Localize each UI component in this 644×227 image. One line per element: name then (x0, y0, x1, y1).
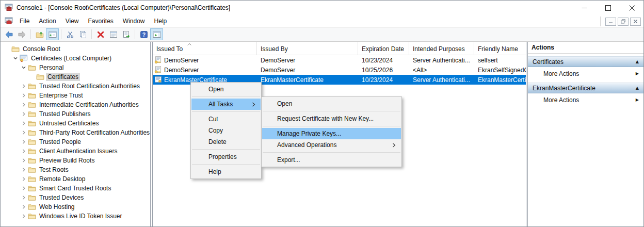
tree-item-windows-live-id-token-issuer[interactable]: Windows Live ID Token Issuer (1, 212, 150, 221)
column-header-friendly-name[interactable]: Friendly Name (474, 42, 526, 55)
chevron-right-icon[interactable] (20, 149, 28, 154)
menu-item-label: Open (208, 86, 255, 93)
menu-item-view[interactable]: View (61, 15, 84, 27)
menu-item-action[interactable]: Action (34, 15, 60, 27)
context-menu-item-delete[interactable]: Delete (191, 136, 261, 148)
tree-item-trusted-root-certification-authorities[interactable]: Trusted Root Certification Authorities (1, 82, 150, 91)
mdi-close-button[interactable] (630, 18, 641, 26)
cut-button[interactable] (63, 28, 76, 40)
tree-item-trusted-people[interactable]: Trusted People (1, 137, 150, 147)
menu-item-favorites[interactable]: Favorites (84, 15, 118, 27)
minimize-button[interactable] (572, 1, 596, 15)
mdi-minimize-button[interactable] (605, 18, 616, 26)
help-button[interactable]: ? (137, 28, 150, 40)
show-action-pane-icon (153, 30, 161, 39)
delete-button[interactable] (94, 28, 107, 40)
tree-item-intermediate-certification-authorities[interactable]: Intermediate Certification Authorities (1, 100, 150, 109)
tree-item-web-hosting[interactable]: Web Hosting (1, 202, 150, 212)
cell-issued-by: DemoServer (257, 55, 358, 65)
show-console-tree-icon (49, 30, 57, 39)
mdi-restore-button[interactable] (618, 18, 629, 26)
tree-item-enterprise-trust[interactable]: Enterprise Trust (1, 91, 150, 100)
context-menu-item-copy[interactable]: Copy (191, 125, 261, 136)
chevron-right-icon[interactable] (20, 176, 28, 182)
tree-item-certificates[interactable]: Certificates (1, 72, 150, 82)
certificate-row-demoserver[interactable]: DemoServerDemoServer10/23/2024Server Aut… (153, 55, 526, 65)
tree-item-client-authentication-issuers[interactable]: Client Authentication Issuers (1, 147, 150, 156)
close-icon (629, 5, 635, 11)
chevron-right-icon[interactable] (20, 204, 28, 209)
show-console-tree-button[interactable] (46, 28, 59, 40)
chevron-down-icon[interactable] (11, 56, 20, 61)
cell-text: DemoServer (164, 57, 199, 64)
column-header-label: Issued To (156, 45, 183, 53)
chevron-right-icon[interactable] (20, 158, 28, 163)
column-header-issued-to[interactable]: Issued To (153, 42, 257, 55)
chevron-right-icon[interactable] (20, 195, 28, 200)
actions-section-ekranmastercertificate[interactable]: EkranMasterCertificate▲ (528, 83, 643, 93)
all-tasks-item-manage-private-keys[interactable]: Manage Private Keys... (262, 128, 401, 139)
tree-item-remote-desktop[interactable]: Remote Desktop (1, 174, 150, 184)
chevron-right-icon[interactable] (20, 167, 28, 172)
all-tasks-item-export[interactable]: Export... (262, 154, 401, 166)
action-item-ekranmastercertificate-more-actions[interactable]: More Actions▶ (528, 93, 643, 106)
chevron-right-icon[interactable] (20, 214, 28, 219)
show-action-pane-button[interactable] (150, 28, 163, 40)
tree-item-personal[interactable]: Personal (1, 63, 150, 72)
properties-icon (109, 30, 118, 39)
all-tasks-item-open[interactable]: Open (262, 98, 401, 109)
close-button[interactable] (620, 1, 643, 15)
action-item-certificates-more-actions[interactable]: More Actions▶ (528, 67, 643, 80)
maximize-button[interactable] (596, 1, 620, 15)
collapse-section-icon[interactable]: ▲ (636, 86, 639, 90)
tree-item-trusted-devices[interactable]: Trusted Devices (1, 193, 150, 202)
folder-icon (28, 212, 36, 220)
tree-item-smart-card-trusted-roots[interactable]: Smart Card Trusted Roots (1, 184, 150, 193)
chevron-right-icon[interactable] (20, 139, 28, 144)
chevron-right-icon[interactable] (20, 111, 28, 117)
tree-item-certificates-local-computer[interactable]: Certificates (Local Computer) (1, 54, 150, 63)
chevron-right-icon[interactable] (20, 186, 28, 191)
menu-item-window[interactable]: Window (118, 15, 150, 27)
chevron-down-icon[interactable] (20, 65, 28, 70)
up-one-level-button[interactable] (33, 28, 46, 40)
chevron-right-icon[interactable] (20, 93, 28, 98)
menu-item-label: Advanced Operations (277, 141, 392, 149)
collapse-section-icon[interactable]: ▲ (636, 60, 639, 64)
copy-button[interactable] (76, 28, 89, 40)
context-menu-item-cut[interactable]: Cut (191, 113, 261, 125)
column-header-issued-by[interactable]: Issued By (257, 42, 358, 55)
menu-separator (192, 96, 260, 97)
console-tree-pane: Console RootCertificates (Local Computer… (1, 42, 151, 226)
menu-item-file[interactable]: File (15, 15, 34, 27)
context-menu-item-all-tasks[interactable]: All Tasks (191, 99, 261, 110)
tree-item-third-party-root-certification-authorities[interactable]: Third-Party Root Certification Authoriti… (1, 128, 150, 137)
column-header-intended-purposes[interactable]: Intended Purposes (409, 42, 474, 55)
context-menu-item-open[interactable]: Open (191, 84, 261, 95)
tree-item-trusted-publishers[interactable]: Trusted Publishers (1, 109, 150, 119)
chevron-right-icon[interactable] (20, 130, 28, 135)
all-tasks-item-advanced-operations[interactable]: Advanced Operations (262, 139, 401, 151)
folder-icon (28, 175, 36, 183)
chevron-right-icon[interactable] (20, 84, 28, 89)
tree-item-label: Enterprise Trust (38, 91, 85, 100)
column-header-expiration-date[interactable]: Expiration Date (358, 42, 409, 55)
chevron-right-icon[interactable] (20, 121, 28, 126)
tree-item-label: Preview Build Roots (38, 156, 96, 165)
properties-button[interactable] (107, 28, 120, 40)
actions-section-certificates[interactable]: Certificates▲ (528, 56, 643, 67)
tree-item-preview-build-roots[interactable]: Preview Build Roots (1, 156, 150, 165)
tree-item-test-roots[interactable]: Test Roots (1, 165, 150, 174)
all-tasks-item-request-certificate-with-new-key[interactable]: Request Certificate with New Key... (262, 113, 401, 124)
tree-item-untrusted-certificates[interactable]: Untrusted Certificates (1, 119, 150, 128)
back-arrow-button[interactable] (3, 28, 15, 40)
context-menu-item-properties[interactable]: Properties (191, 151, 261, 163)
tree-item-console-root[interactable]: Console Root (1, 44, 150, 54)
chevron-right-icon[interactable] (20, 102, 28, 107)
menu-item-help[interactable]: Help (150, 15, 172, 27)
forward-arrow-button[interactable] (15, 28, 28, 40)
toolbar-separator (61, 29, 61, 39)
certificate-row-demoserver[interactable]: DemoServerDemoServer10/25/2026<All>Ekran… (153, 65, 526, 75)
context-menu-item-help[interactable]: Help (191, 166, 261, 177)
export-list-button[interactable] (120, 28, 133, 40)
